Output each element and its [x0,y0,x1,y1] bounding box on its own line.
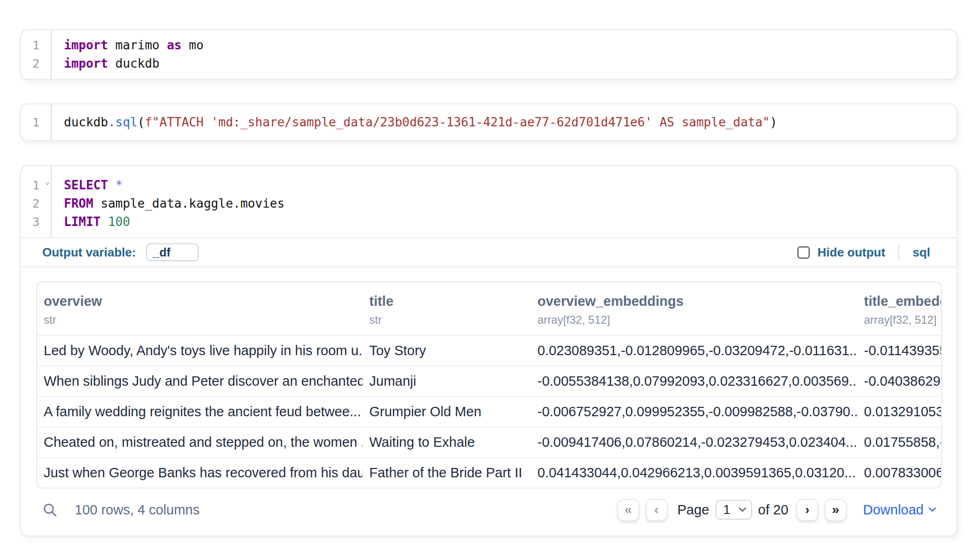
code-token: sample_data.kaggle.movies [93,196,285,210]
dataframe-table: overviewstrtitlestroverview_embeddingsar… [36,281,942,489]
table-cell: 0.01755858,-0.0086286 [857,427,941,458]
code-editor[interactable]: 1 duckdb.sql(f"ATTACH 'md:_share/sample_… [21,104,957,140]
column-name: overview_embeddings [537,294,851,309]
code-token: f [145,115,152,129]
table-row: When siblings Judy and Peter discover an… [37,366,941,397]
code-lines[interactable]: duckdb.sql(f"ATTACH 'md:_share/sample_da… [52,104,777,140]
code-token: "ATTACH 'md:_share/sample_data/23b0d623-… [152,115,770,129]
code-lines[interactable]: import marimo as moimport duckdb [52,30,203,79]
table-row: A family wedding reignites the ancient f… [37,397,941,427]
sql-cell: 1⌄23 SELECT *FROM sample_data.kaggle.mov… [20,165,957,537]
code-cell-imports: 12 import marimo as moimport duckdb [20,29,957,80]
code-token: . [108,115,116,129]
page-label: Page [677,502,709,518]
table-cell: 0.041433044,0.042966213,0.0039591365,0.0… [531,458,857,488]
code-token: mo [181,38,203,52]
column-header-title[interactable]: titlestr [363,282,531,335]
table-cell: Cheated on, mistreated and stepped on, t… [37,427,363,458]
previous-page-icon: ‹ [654,502,659,517]
column-header-title_embeddings[interactable]: title_embeddingsarray[f32, 512] [857,282,941,335]
hide-output-checkbox[interactable] [797,246,810,259]
code-editor[interactable]: 1⌄23 SELECT *FROM sample_data.kaggle.mov… [21,166,957,237]
table-cell: Waiting to Exhale [363,427,531,458]
next-page-button[interactable]: › [796,499,818,521]
table-cell: Just when George Banks has recovered fro… [37,458,363,488]
column-name: title_embeddings [864,294,934,309]
code-token: duckdb [108,56,160,70]
page-select[interactable]: 1 [716,500,752,520]
code-editor[interactable]: 12 import marimo as moimport duckdb [21,30,957,79]
table-cell: 0.0132910535,0.06958 [857,397,941,427]
code-lines[interactable]: SELECT *FROM sample_data.kaggle.moviesLI… [52,166,285,237]
code-line[interactable]: LIMIT 100 [64,213,285,231]
first-page-button[interactable]: « [617,499,639,521]
output-variable-input[interactable] [146,243,199,261]
code-token: import [64,56,108,70]
code-line[interactable]: duckdb.sql(f"ATTACH 'md:_share/sample_da… [64,113,777,132]
code-line[interactable]: import marimo as mo [64,36,203,54]
column-header-overview[interactable]: overviewstr [37,282,363,335]
table-row: Cheated on, mistreated and stepped on, t… [37,427,941,458]
code-token: LIMIT [64,215,101,229]
column-type: array[f32, 512] [537,313,851,327]
vertical-divider [898,244,899,261]
column-header-overview_embeddings[interactable]: overview_embeddingsarray[f32, 512] [531,282,857,335]
previous-page-button[interactable]: ‹ [646,499,668,521]
line-number: 1⌄ [21,176,39,194]
code-cell-attach: 1 duckdb.sql(f"ATTACH 'md:_share/sample_… [20,103,957,141]
table-cell: -0.040386293,0.06845 [857,366,941,397]
table-footer: 100 rows, 4 columns « ‹ Page 1 of 20 › »… [36,496,942,523]
code-token [101,215,108,229]
code-line[interactable]: FROM sample_data.kaggle.movies [64,194,285,213]
notebook-page: 12 import marimo as moimport duckdb 1 du… [0,0,980,537]
table-cell: -0.011439355,-0.02752 [857,335,941,366]
column-type: str [44,313,356,327]
output-variable-row: Output variable: Hide output sql [21,238,957,266]
last-page-button[interactable]: » [824,499,847,521]
language-badge[interactable]: sql [912,245,930,260]
line-number: 1 [21,36,39,54]
table-cell: Grumpier Old Men [363,397,531,427]
table-cell: Led by Woody, Andy's toys live happily i… [37,335,363,366]
code-line[interactable]: import duckdb [64,54,203,73]
code-token [108,178,116,192]
table-cell: 0.007833006,0.097801 [857,458,941,488]
row-column-summary: 100 rows, 4 columns [75,502,200,518]
code-line[interactable]: SELECT * [64,176,285,194]
column-name: overview [44,294,356,309]
fold-chevron-icon[interactable]: ⌄ [45,178,50,186]
table-header-row: overviewstrtitlestroverview_embeddingsar… [37,282,941,335]
table-row: Just when George Banks has recovered fro… [37,458,941,488]
code-token: duckdb [64,115,108,129]
search-button[interactable] [42,502,58,518]
next-page-icon: › [805,502,809,517]
code-token: * [116,178,123,192]
line-numbers: 1 [21,104,52,140]
chevron-down-icon [739,507,747,513]
table-cell: Jumanji [363,366,531,397]
line-number: 2 [21,194,39,213]
pagination: « ‹ Page 1 of 20 › » Download [617,499,936,521]
table-cell: -0.009417406,0.07860214,-0.023279453,0.0… [531,427,857,458]
table-cell: -0.0055384138,0.07992093,0.023316627,0.0… [531,366,857,397]
output-area: overviewstrtitlestroverview_embeddingsar… [21,267,957,536]
table-cell: A family wedding reignites the ancient f… [37,397,363,427]
line-number: 3 [21,213,39,231]
download-label: Download [863,502,924,518]
table-cell: When siblings Judy and Peter discover an… [37,366,363,397]
table-cell: Toy Story [363,335,531,366]
download-button[interactable]: Download [863,502,936,518]
search-icon [42,502,58,518]
code-token: import [64,38,108,52]
code-token: SELECT [64,178,108,192]
code-token: ( [138,115,145,129]
code-token: marimo [108,38,167,52]
line-number: 1 [21,113,39,132]
chevron-down-icon [928,507,936,513]
code-token: FROM [64,196,93,210]
column-type: str [369,313,524,327]
last-page-icon: » [832,502,840,517]
output-variable-label: Output variable: [42,245,136,260]
code-token: as [167,38,181,52]
table-cell: -0.006752927,0.099952355,-0.009982588,-0… [531,397,857,427]
